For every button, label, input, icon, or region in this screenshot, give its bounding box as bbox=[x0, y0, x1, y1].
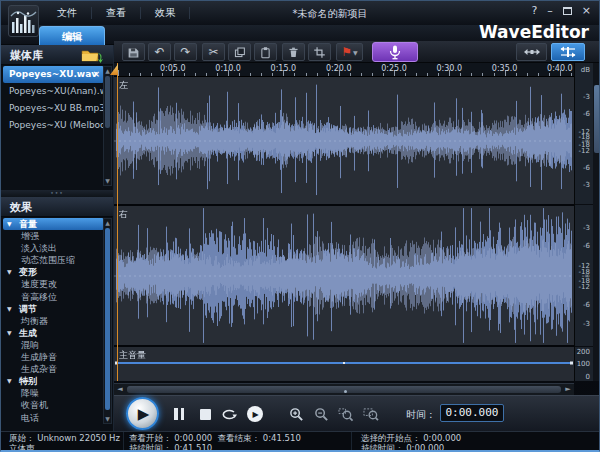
media-list-item[interactable]: Popeyes~XU.wav× bbox=[3, 66, 104, 83]
effects-scrollbar[interactable]: ▲ ▼ bbox=[103, 218, 112, 424]
master-volume-strip[interactable] bbox=[114, 347, 574, 381]
ruler-tick bbox=[549, 73, 550, 76]
ruler-tick bbox=[438, 73, 439, 76]
paste-button[interactable] bbox=[254, 43, 277, 61]
effects-tree-item[interactable]: ▼变形 bbox=[3, 266, 104, 278]
ruler-tick bbox=[195, 73, 196, 76]
zoom-selection-button[interactable] bbox=[336, 404, 356, 424]
effect-item-label: 特别 bbox=[19, 375, 37, 387]
status-text: 立体声 bbox=[9, 443, 120, 452]
effects-tree-item[interactable]: 均衡器 bbox=[3, 315, 104, 327]
pause-button[interactable] bbox=[169, 404, 189, 424]
ruler-time-label: 0:30.0 bbox=[436, 64, 462, 73]
effects-tree-item[interactable]: 电话 bbox=[3, 412, 104, 424]
effects-tree-item[interactable]: ▼音量 bbox=[3, 218, 104, 230]
effects-tree-item[interactable]: 生成杂音 bbox=[3, 363, 104, 375]
effect-item-label: 生成 bbox=[19, 327, 37, 339]
tree-collapse-icon[interactable]: ▼ bbox=[7, 266, 12, 278]
effect-item-label: 音量 bbox=[19, 218, 37, 230]
fit-horizontal-button[interactable] bbox=[516, 43, 547, 61]
scroll-up-icon[interactable]: ▲ bbox=[104, 67, 111, 75]
trim-button[interactable] bbox=[308, 43, 331, 61]
marker-button[interactable]: ⚑▼ bbox=[336, 43, 363, 61]
db-tick-label: -6 bbox=[583, 242, 590, 250]
fit-selection-button[interactable] bbox=[551, 43, 585, 61]
effects-tree-item[interactable]: 速度更改 bbox=[3, 278, 104, 290]
play-button[interactable]: ▶ bbox=[126, 397, 159, 430]
loop-button[interactable] bbox=[219, 404, 239, 424]
vertical-scrollbar[interactable] bbox=[593, 63, 600, 381]
import-folder-icon[interactable] bbox=[81, 47, 105, 63]
left-channel-waveform[interactable] bbox=[114, 77, 574, 204]
stop-button[interactable] bbox=[195, 404, 215, 424]
app-logo-icon bbox=[8, 5, 39, 37]
effects-tree-item[interactable]: ▼生成 bbox=[3, 327, 104, 339]
help-button[interactable]: ? bbox=[531, 5, 537, 17]
panel-splitter[interactable]: ••• bbox=[1, 190, 113, 197]
effects-tree-item[interactable]: 生成静音 bbox=[3, 351, 104, 363]
minimize-button[interactable]: – bbox=[547, 5, 553, 17]
time-display[interactable]: 0:00.000 bbox=[440, 404, 504, 422]
effects-tree-item[interactable]: 音高移位 bbox=[3, 291, 104, 303]
effects-tree-item[interactable]: 降噪 bbox=[3, 387, 104, 399]
stop-icon bbox=[200, 409, 211, 420]
delete-button[interactable] bbox=[282, 43, 305, 61]
media-list-item[interactable]: Popeyes~XU(Anan).wav bbox=[3, 83, 104, 100]
copy-button[interactable] bbox=[228, 43, 251, 61]
effect-item-label: 淡入淡出 bbox=[21, 242, 57, 254]
effects-tree-item[interactable]: ▼特别 bbox=[3, 375, 104, 387]
horizontal-scrollbar[interactable]: ◄ ► bbox=[114, 383, 574, 395]
zoom-out-button[interactable] bbox=[311, 404, 331, 424]
scroll-down-icon[interactable]: ▼ bbox=[104, 177, 111, 185]
menu-file[interactable]: 文件 bbox=[43, 6, 91, 20]
effects-tree-item[interactable]: 动态范围压缩 bbox=[3, 254, 104, 266]
media-list-item[interactable]: Popeyes~XU (Melboorn... bbox=[3, 117, 104, 134]
tree-collapse-icon[interactable]: ▼ bbox=[7, 327, 12, 339]
effect-item-label: 均衡器 bbox=[21, 315, 48, 327]
ruler-time-label: 0:15.0 bbox=[271, 64, 297, 73]
timeline-ruler[interactable]: 0:05.00:10.00:15.00:20.00:25.00:30.00:35… bbox=[114, 63, 574, 77]
undo-button[interactable]: ↶ bbox=[148, 43, 171, 61]
media-list-item[interactable]: Popeyes~XU BB.mp3 bbox=[3, 100, 104, 117]
scroll-down-icon[interactable]: ▼ bbox=[104, 415, 111, 423]
tree-collapse-icon[interactable]: ▼ bbox=[7, 218, 12, 230]
cut-button[interactable]: ✂ bbox=[202, 43, 225, 61]
close-icon[interactable]: × bbox=[92, 66, 100, 83]
effects-tree-item[interactable]: ▼调节 bbox=[3, 303, 104, 315]
close-button[interactable]: × bbox=[582, 5, 591, 17]
scroll-right-icon[interactable]: ► bbox=[562, 384, 574, 395]
record-button[interactable] bbox=[372, 42, 418, 62]
scroll-left-icon[interactable]: ◄ bbox=[114, 384, 126, 395]
playhead-line[interactable] bbox=[117, 63, 118, 381]
left-channel-label: 左 bbox=[119, 79, 128, 92]
save-button[interactable] bbox=[122, 43, 145, 61]
ruler-tick bbox=[494, 73, 495, 76]
play-selection-button[interactable]: ▶ bbox=[245, 404, 265, 424]
effects-tree-item[interactable]: 淡入淡出 bbox=[3, 242, 104, 254]
zoom-full-button[interactable] bbox=[361, 404, 381, 424]
tree-collapse-icon[interactable]: ▼ bbox=[7, 303, 12, 315]
zoom-in-button[interactable] bbox=[286, 404, 306, 424]
fit-width-icon bbox=[523, 47, 541, 57]
scroll-up-icon[interactable]: ▲ bbox=[104, 219, 111, 227]
tab-edit[interactable]: 编辑 bbox=[39, 26, 105, 45]
zoom-in-icon bbox=[289, 407, 304, 422]
media-list-scrollbar[interactable]: ▲ ▼ bbox=[103, 66, 112, 186]
ruler-tick bbox=[361, 73, 362, 76]
db-tick-label: -3 bbox=[583, 224, 590, 232]
db-tick-label: -3 bbox=[583, 93, 590, 101]
effect-item-label: 音高移位 bbox=[21, 291, 57, 303]
menu-bar: 文件 查看 效果 bbox=[43, 1, 190, 25]
effects-tree-item[interactable]: 混响 bbox=[3, 339, 104, 351]
effects-tree-item[interactable]: 增强 bbox=[3, 230, 104, 242]
redo-button[interactable]: ↷ bbox=[174, 43, 197, 61]
maximize-button[interactable] bbox=[563, 7, 572, 15]
db-unit-label: dB bbox=[581, 66, 590, 74]
tree-collapse-icon[interactable]: ▼ bbox=[7, 375, 12, 387]
right-channel-waveform[interactable] bbox=[114, 206, 574, 345]
ruler-tick bbox=[383, 73, 384, 76]
menu-view[interactable]: 查看 bbox=[92, 6, 140, 20]
db-tick-label: -6 bbox=[583, 301, 590, 309]
effects-tree-item[interactable]: 收音机 bbox=[3, 399, 104, 411]
hscroll-thumb[interactable] bbox=[127, 386, 561, 393]
